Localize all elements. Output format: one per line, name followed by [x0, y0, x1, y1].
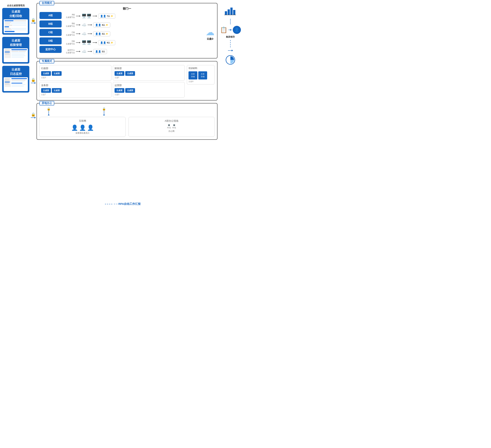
conn-row-b: B组云桌面*1台 ☁️ 👤👤 4人 📁 [64, 21, 203, 29]
bar-chart-icon [224, 7, 237, 16]
conn-label-b: B组云桌面*1台 [64, 22, 75, 28]
dept-xingzheng-name: 行政部 [41, 67, 110, 70]
arrow-to-person [228, 29, 232, 31]
lock-up-2: 🔒 [102, 107, 106, 111]
conn-label-a: A组云桌面*2台 [64, 13, 75, 19]
arrow-up-area [228, 50, 233, 51]
dashed-line-2 [230, 40, 231, 47]
disk-t-label: 云盘T [41, 93, 110, 96]
dept-yewu-btns: 云桌面 云桌面 [41, 88, 110, 93]
lock-icon-2: 🔒 [31, 78, 36, 82]
btn-caiwu-2[interactable]: 云桌面 [125, 71, 135, 76]
conn-arrow-monitor2 [88, 51, 92, 52]
heyin-label: 合用模式 [39, 1, 54, 5]
heyin-section: 合用模式 部门一 A组 B组 C组 D组 监控中心 [37, 3, 217, 58]
office-title: A部办公现场 [165, 119, 178, 123]
btn-xingzheng-2[interactable]: 云桌面 [52, 71, 62, 76]
group-list: A组 B组 C组 D组 监控中心 [39, 12, 62, 56]
perm-card: 云桌面权限管理 [2, 37, 29, 64]
log-card-title: 云桌面日志监控 [4, 67, 28, 76]
svg-rect-0 [225, 11, 227, 15]
alloc-card-title: 云桌面分配/回收 [4, 9, 28, 18]
monitor-c: ☁️ [82, 31, 86, 36]
group-a-btn[interactable]: A组 [39, 12, 62, 19]
yidi-inner: 互联网 👤👤👤 业务部出差员工 A部办公现场 🖥️ 终端 [39, 117, 215, 137]
dept-caiwu-name: 财务部 [114, 67, 183, 70]
btn-yunying-2[interactable]: 云桌面 [125, 88, 135, 93]
log-card: 云桌面日志监控 [2, 66, 29, 93]
zhuanshu-label: 专属模式 [39, 59, 54, 63]
person-box-b: 👤👤 4人 📁 [93, 22, 110, 28]
right-panel: 📋 👤 集团领导 [217, 3, 243, 201]
group-monitor-btn[interactable]: 监控中心 [39, 46, 62, 53]
conn-label-monitor: 监控中心云桌面*1台 [64, 49, 75, 54]
conn-label-c: C组云桌面*1台 [64, 31, 75, 36]
training-area: 培训材料 共享存储 共享存储 云盘A [187, 65, 215, 84]
bottom-label-row: – – RPA自动工作汇报 [2, 201, 243, 221]
clock-icon-area [226, 55, 235, 65]
group-b-btn[interactable]: B组 [39, 20, 62, 28]
terminal-1: 🖥️ 终端 [167, 124, 171, 129]
bar-chart-area [224, 7, 237, 17]
internet-box: 互联网 👤👤👤 业务部出差员工 [39, 117, 126, 137]
lock-up-1: 🔒 [47, 107, 51, 111]
bottom-dashed-line [105, 204, 112, 204]
dept-xingzheng-btns: 云桌面 云桌面 [41, 71, 110, 76]
training-title: 培训材料 [189, 67, 213, 70]
internet-people-icons: 👤👤👤 [71, 124, 94, 131]
office-net-label: 办公网 [168, 130, 174, 132]
conn-arrow-b [76, 24, 80, 26]
btn-yunying-1[interactable]: 云桌面 [114, 88, 124, 93]
dept-yunying: 运营部 云桌面 云桌面 云盘S [113, 82, 185, 98]
group-c-btn[interactable]: C组 [39, 29, 62, 36]
btn-xingzheng-1[interactable]: 云桌面 [41, 71, 51, 76]
conn-row-a: A组云桌面*2台 🖥️🖥️ 👤👤 7人 📁 [64, 12, 203, 20]
perm-card-title: 云桌面权限管理 [4, 38, 28, 47]
conn-arrow-c2 [88, 33, 92, 35]
person-avatar: 👤 [233, 26, 241, 34]
btn-yewu-1[interactable]: 云桌面 [41, 88, 51, 93]
terminal-2: 🖥️ 终端 [172, 124, 176, 129]
svg-rect-2 [230, 8, 233, 15]
cloud-d-area: ☁ 云盘D [206, 12, 215, 56]
shared-btn-2[interactable]: 共享存储 [198, 71, 207, 79]
clock-icon [226, 55, 235, 65]
dept-one-title: 部门一 [39, 7, 215, 10]
shared-btn-1[interactable]: 共享存储 [189, 71, 197, 79]
lock-icon-1: 🔒 [31, 18, 36, 22]
disk-a-label: 云盘A [189, 80, 213, 83]
conn-arrow-a [76, 15, 80, 17]
cloud-d-label: 云盘D [207, 37, 213, 41]
person-avatar-group: 👤 [233, 26, 241, 34]
disk-f-label: 云盘F [114, 76, 183, 79]
conn-row-c: C组云桌面*1台 ☁️ 👤👤 3人 📁 [64, 30, 203, 38]
dept-yewu: 业务部 云桌面 云桌面 云盘T [39, 82, 111, 98]
person-box-a: 👤👤 7人 📁 [98, 14, 115, 19]
internet-person-label: 业务部出差员工 [76, 132, 90, 134]
lock-icon-3: 🔒 [31, 112, 36, 117]
monitor-double-a: 🖥️🖥️ [82, 14, 92, 19]
clipboard-icon: 📋 [220, 26, 227, 33]
internet-title: 互联网 [79, 119, 86, 123]
dashed-line-1 [230, 19, 231, 24]
dept-yunying-btns: 云桌面 云桌面 [114, 88, 183, 93]
conn-arrow-d2 [93, 42, 97, 43]
monitor-b: ☁️ [82, 22, 86, 27]
left-sidebar: 企业云桌面管理员 云桌面分配/回收 云桌面权限管理 [2, 3, 31, 201]
btn-caiwu-1[interactable]: 云桌面 [114, 71, 124, 76]
alloc-card: 云桌面分配/回收 [2, 8, 29, 35]
log-card-image [4, 77, 28, 91]
conn-arrow-c [76, 33, 80, 35]
bottom-label: – – RPA自动工作汇报 [114, 202, 141, 206]
disk-x-label: 云盘X [41, 76, 110, 79]
group-leader-label: 集团领导 [226, 35, 235, 38]
yidi-section: 异地办公 🔒 🔒 [37, 103, 217, 140]
conn-label-d: D组云桌面*2台 [64, 40, 75, 45]
person-box-c: 👤👤 3人 📁 [93, 31, 110, 36]
dept-xingzheng: 行政部 云桌面 云桌面 云盘X [39, 65, 111, 81]
btn-yewu-2[interactable]: 云桌面 [52, 88, 62, 93]
group-d-btn[interactable]: D组 [39, 37, 62, 44]
conn-arrow-a2 [93, 15, 97, 17]
cloud-d-icon: ☁ [206, 27, 215, 37]
person-box-monitor: 👤👤 2人 [93, 49, 107, 54]
